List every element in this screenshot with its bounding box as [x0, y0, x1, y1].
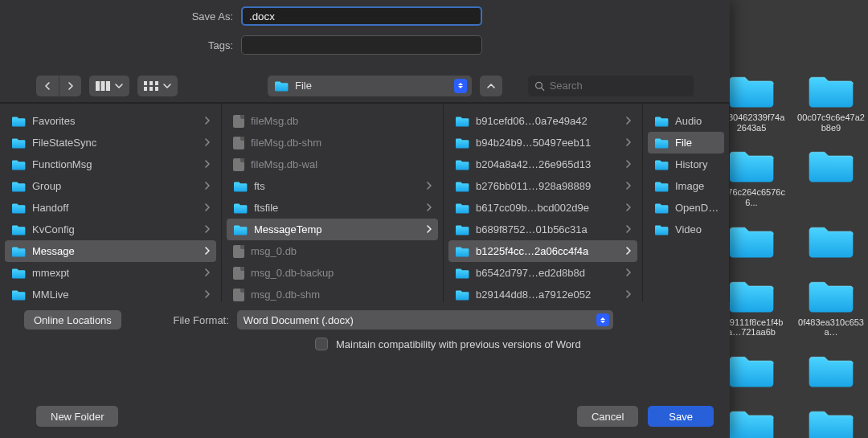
desktop-folder[interactable]: 00c07c9c6e47a2b8e9 [795, 72, 867, 133]
search-field[interactable] [528, 76, 694, 96]
nav-back-button[interactable] [36, 76, 59, 96]
file-icon [233, 289, 244, 301]
chevron-right-icon [425, 181, 433, 192]
folder-icon [654, 224, 669, 235]
folder-icon [455, 181, 469, 192]
folder-icon [455, 137, 469, 149]
list-item[interactable]: FunctionMsg [0, 154, 221, 175]
list-item[interactable]: Video [643, 219, 729, 240]
item-label: msg_0.db-backup [251, 267, 433, 279]
browser-column-4[interactable]: AudioFileHistoryImageOpenDataVideo [643, 104, 730, 302]
view-mode-grid-button[interactable] [137, 76, 178, 96]
list-item[interactable]: mmexpt [0, 262, 221, 284]
list-item[interactable]: Audio [643, 110, 729, 132]
folder-icon [806, 147, 856, 184]
item-label: FileStateSync [32, 137, 194, 149]
new-folder-button[interactable]: New Folder [36, 406, 118, 427]
list-item[interactable]: OpenData [643, 197, 729, 219]
list-item[interactable]: b94b24b9…50497eeb11 [444, 132, 642, 154]
list-item[interactable]: fts [222, 175, 443, 197]
browser-column-2[interactable]: fileMsg.dbfileMsg.db-shmfileMsg.db-walft… [222, 104, 444, 302]
search-input[interactable] [550, 80, 687, 92]
path-popup-button[interactable]: File [268, 76, 472, 96]
list-item[interactable]: b29144dd8…a7912e052 [444, 284, 642, 302]
desktop-folder[interactable] [795, 352, 867, 392]
list-item[interactable]: fileMsg.db-shm [222, 132, 443, 154]
file-icon [233, 137, 244, 149]
chevron-right-icon [624, 224, 633, 235]
desktop-folder[interactable] [795, 223, 867, 263]
list-item[interactable]: b91cefd06…0a7e49a42 [444, 110, 642, 132]
list-item[interactable]: msg_0.db-backup [222, 262, 443, 284]
list-item[interactable]: b689f8752…01b56c31a [444, 219, 642, 240]
list-item[interactable]: Favorites [0, 110, 221, 132]
folder-icon [455, 224, 469, 235]
item-label: OpenData [675, 202, 719, 214]
chevron-right-icon [624, 159, 633, 170]
folder-icon [11, 203, 26, 214]
cancel-button[interactable]: Cancel [577, 406, 638, 427]
list-item[interactable]: History [643, 154, 729, 175]
list-item[interactable]: MMLive [0, 284, 221, 302]
list-item[interactable]: b1225f4cc…2a06cc4f4a [448, 240, 637, 262]
item-label: fileMsg.db [251, 115, 433, 127]
list-item[interactable]: MessageTemp [227, 219, 438, 240]
list-item[interactable]: Image [643, 175, 729, 197]
chevron-right-icon [203, 181, 211, 192]
compat-checkbox[interactable] [315, 338, 328, 350]
online-locations-button[interactable]: Online Locations [24, 310, 121, 330]
list-item[interactable]: fileMsg.db [222, 110, 443, 132]
tags-label: Tags: [0, 39, 241, 51]
list-item[interactable]: FileStateSync [0, 132, 221, 154]
folder-icon [727, 277, 776, 314]
list-item[interactable]: Handoff [0, 197, 221, 219]
folder-icon [654, 116, 669, 127]
file-icon [233, 245, 244, 258]
list-item[interactable]: b204a8a42…26e965d13 [444, 154, 642, 175]
list-item[interactable]: b276bb011…928a98889 [444, 175, 642, 197]
list-item[interactable]: fileMsg.db-wal [222, 154, 443, 175]
item-label: mmexpt [32, 267, 194, 279]
list-item[interactable]: msg_0.db-shm [222, 284, 443, 302]
list-item[interactable]: msg_0.db [222, 240, 443, 262]
folder-icon [806, 407, 856, 438]
tags-input[interactable] [241, 35, 482, 55]
item-label: Message [32, 245, 194, 257]
item-label: b91cefd06…0a7e49a42 [476, 115, 615, 127]
desktop-folder[interactable]: 0f483ea310c653a… [795, 277, 867, 338]
desktop-folder[interactable] [795, 147, 867, 207]
nav-forward-button[interactable] [59, 76, 81, 96]
list-item[interactable]: Group [0, 175, 221, 197]
list-item[interactable]: KvConfig [0, 219, 221, 240]
folder-icon [806, 72, 856, 109]
item-label: History [675, 158, 719, 170]
chevron-right-icon [425, 224, 433, 235]
file-format-select[interactable]: Word Document (.docx) [237, 310, 613, 330]
desktop-folder[interactable]: 1c332b81…31f3ab9b [795, 407, 867, 438]
folder-icon [806, 352, 856, 389]
item-label: b94b24b9…50497eeb11 [476, 137, 615, 149]
folder-icon [233, 203, 248, 214]
list-item[interactable]: File [648, 132, 724, 154]
up-folder-button[interactable] [480, 76, 502, 96]
view-mode-columns-button[interactable] [89, 76, 129, 96]
chevron-left-icon [43, 82, 51, 90]
updown-caret-icon [596, 313, 609, 326]
list-item[interactable]: ftsfile [222, 197, 443, 219]
updown-caret-icon [454, 79, 467, 93]
chevron-down-icon [115, 82, 123, 90]
folder-icon [455, 116, 469, 127]
save-dialog: Save As: Tags: File [0, 0, 730, 438]
folder-icon [727, 407, 776, 438]
list-item[interactable]: b617cc09b…bcd002d9e [444, 197, 642, 219]
folder-icon [11, 289, 26, 301]
browser-column-1[interactable]: FavoritesFileStateSyncFunctionMsgGroupHa… [0, 104, 222, 302]
save-button[interactable]: Save [648, 406, 714, 427]
save-as-input[interactable] [241, 6, 482, 26]
item-label: Audio [675, 115, 719, 127]
list-item[interactable]: Message [5, 240, 216, 262]
browser-column-3[interactable]: b91cefd06…0a7e49a42b94b24b9…50497eeb11b2… [444, 104, 643, 302]
item-label: b29144dd8…a7912e052 [476, 289, 615, 301]
chevron-right-icon [203, 159, 211, 170]
list-item[interactable]: b6542d797…ed2d8b8d [444, 262, 642, 284]
